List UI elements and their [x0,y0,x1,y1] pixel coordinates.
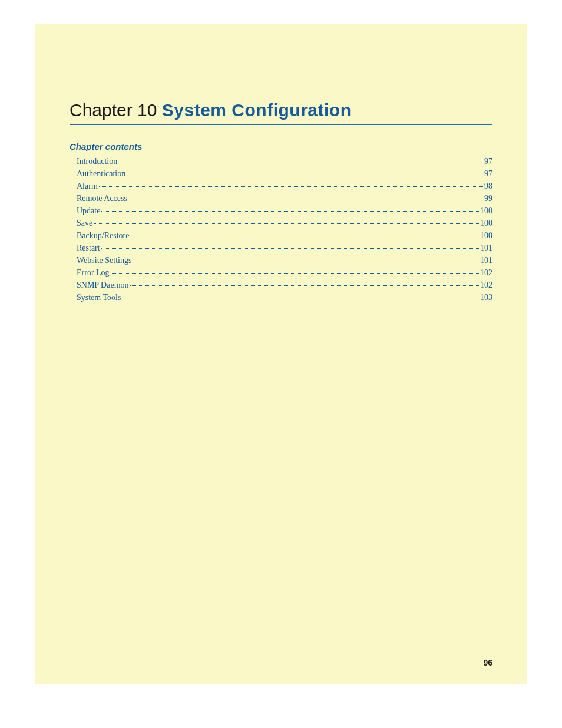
toc-row: Error Log 102 [77,266,492,279]
toc-leader [101,211,479,212]
toc-leader [130,236,479,236]
toc-leader [101,248,479,249]
toc-link-save[interactable]: Save [77,217,92,229]
page-number: 96 [483,658,492,667]
toc-link-authentication[interactable]: Authentication [77,167,125,180]
toc-leader [118,162,483,162]
toc-link-error-log[interactable]: Error Log [77,266,110,279]
toc-page[interactable]: 102 [480,279,492,291]
toc-row: Introduction 97 [77,155,492,167]
toc-row: Authentication 97 [77,167,492,180]
toc-leader [94,223,479,224]
toc-row: Save 100 [77,217,492,229]
contents-heading: Chapter contents [70,141,492,151]
toc-page[interactable]: 101 [480,254,492,266]
toc-link-backup-restore[interactable]: Backup/Restore [77,229,129,242]
toc-link-website-settings[interactable]: Website Settings [77,254,131,266]
toc-page[interactable]: 100 [480,205,492,217]
toc-link-introduction[interactable]: Introduction [77,155,117,167]
toc-leader [130,285,479,286]
toc-row: Update 100 [77,205,492,217]
chapter-prefix: Chapter 10 [70,100,162,120]
toc-row: Website Settings 101 [77,254,492,266]
toc-link-alarm[interactable]: Alarm [77,180,98,192]
toc-row: SNMP Daemon 102 [77,279,492,291]
toc-link-system-tools[interactable]: System Tools [77,291,121,304]
toc-page[interactable]: 99 [484,192,492,205]
toc-page[interactable]: 97 [484,155,492,167]
toc-page[interactable]: 97 [484,167,492,180]
toc-page[interactable]: 103 [480,291,492,304]
toc-page[interactable]: 102 [480,266,492,279]
toc-leader [133,261,479,261]
toc-row: System Tools 103 [77,291,492,304]
toc-page[interactable]: 100 [480,229,492,242]
chapter-heading: Chapter 10 System Configuration [70,100,492,125]
toc-link-update[interactable]: Update [77,205,100,217]
toc-leader [128,199,483,199]
toc-row: Remote Access 99 [77,192,492,205]
toc-row: Restart 101 [77,242,492,254]
toc-leader [111,273,479,274]
toc-page[interactable]: 100 [480,217,492,229]
toc-leader [122,298,479,298]
toc-leader [99,186,483,187]
chapter-title: System Configuration [162,100,352,120]
table-of-contents: Introduction 97 Authentication 97 Alarm … [77,155,492,304]
toc-row: Backup/Restore 100 [77,229,492,242]
toc-link-remote-access[interactable]: Remote Access [77,192,127,205]
toc-page[interactable]: 98 [484,180,492,192]
toc-link-snmp-daemon[interactable]: SNMP Daemon [77,279,129,291]
toc-row: Alarm 98 [77,180,492,192]
toc-leader [127,174,483,174]
document-page: Chapter 10 System Configuration Chapter … [35,24,527,684]
toc-link-restart[interactable]: Restart [77,242,100,254]
toc-page[interactable]: 101 [480,242,492,254]
